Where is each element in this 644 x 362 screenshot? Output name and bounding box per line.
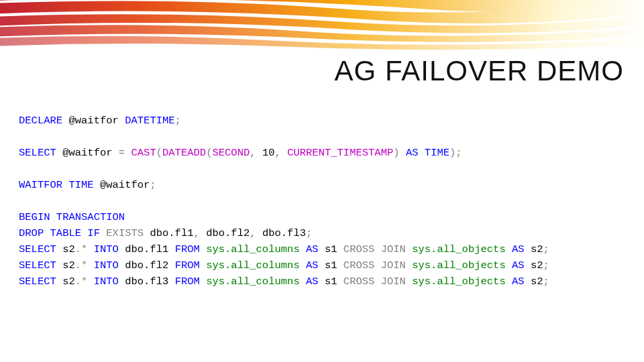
tbl: dbo.fl3 [262,227,306,239]
kw-join: JOIN [381,276,406,288]
kw-time: TIME [68,179,93,191]
kw-tran: TRANSACTION [56,211,125,223]
kw-if: IF [87,227,100,239]
tbl: dbo.fl2 [125,259,168,272]
kw-waitfor: WAITFOR [19,179,62,191]
kw-as: AS [512,259,525,272]
kw-declare: DECLARE [19,115,62,127]
fn-dateadd: DATEADD [162,147,206,159]
page-title: AG FAILOVER DEMO [335,55,624,87]
kw-join: JOIN [381,243,406,255]
sys-all-objects: sys.all_objects [412,276,506,288]
comma: , [194,227,200,239]
kw-exists: EXISTS [106,227,144,239]
semi: ; [543,276,549,288]
kw-as: AS [512,243,525,255]
dotstar: .* [75,243,88,255]
semi: ; [455,147,462,159]
kw-as: AS [406,147,419,159]
kw-as: AS [306,276,319,288]
sys-all-objects: sys.all_objects [412,259,506,272]
op-eq: = [119,147,125,159]
kw-select: SELECT [19,259,56,272]
sys-all-columns: sys.all_columns [206,243,300,255]
kw-as: AS [306,259,319,272]
kw-from: FROM [175,259,200,272]
fn-cast: CAST [131,147,156,159]
semi: ; [543,259,549,272]
kw-as: AS [306,243,319,255]
kw-into: INTO [94,259,119,272]
decorative-brush [0,0,644,58]
kw-datetime: DATETIME [125,115,174,127]
rp: ) [449,147,455,159]
var-waitfor: @waitfor [68,115,118,127]
fn-current-ts: CURRENT_TIMESTAMP [287,147,393,159]
alias: s1 [325,259,337,272]
kw-from: FROM [175,276,200,288]
comma: , [250,227,256,239]
semi: ; [543,243,549,255]
kw-select: SELECT [19,147,56,159]
fn-second: SECOND [212,147,250,159]
tbl: dbo.fl1 [125,243,168,255]
semi: ; [175,115,181,127]
alias: s2 [62,243,75,255]
alias: s2 [531,276,543,288]
tbl: dbo.fl3 [125,276,168,288]
var: @waitfor [62,147,112,159]
sys-all-columns: sys.all_columns [206,259,300,272]
sql-code-block: DECLARE @waitfor DATETIME; SELECT @waitf… [19,113,549,290]
kw-time: TIME [425,147,449,159]
alias: s2 [62,259,75,272]
comma: , [250,147,256,159]
kw-cross: CROSS [343,276,375,288]
sys-all-columns: sys.all_columns [206,276,300,288]
lp: ( [156,147,162,159]
alias: s1 [325,243,337,255]
tbl: dbo.fl1 [150,227,193,239]
kw-into: INTO [94,276,119,288]
semi: ; [306,227,312,239]
alias: s1 [325,276,337,288]
kw-drop: DROP [19,227,44,239]
semi: ; [150,179,156,191]
alias: s2 [531,243,543,255]
dotstar: .* [75,276,88,288]
kw-join: JOIN [381,259,406,272]
kw-begin: BEGIN [19,211,50,223]
sys-all-objects: sys.all_objects [412,243,506,255]
alias: s2 [62,276,75,288]
kw-table: TABLE [50,227,82,239]
num: 10 [262,147,275,159]
rp: ) [393,147,399,159]
kw-cross: CROSS [343,259,375,272]
kw-cross: CROSS [343,243,375,255]
var: @waitfor [100,179,150,191]
kw-select: SELECT [19,243,56,255]
slide: AG FAILOVER DEMO DECLARE @waitfor DATETI… [0,0,644,362]
kw-from: FROM [175,243,200,255]
brush-svg [0,0,644,58]
comma: , [275,147,281,159]
kw-select: SELECT [19,276,56,288]
kw-as: AS [512,276,525,288]
tbl: dbo.fl2 [206,227,250,239]
kw-into: INTO [94,243,119,255]
dotstar: .* [75,259,88,272]
alias: s2 [531,259,543,272]
